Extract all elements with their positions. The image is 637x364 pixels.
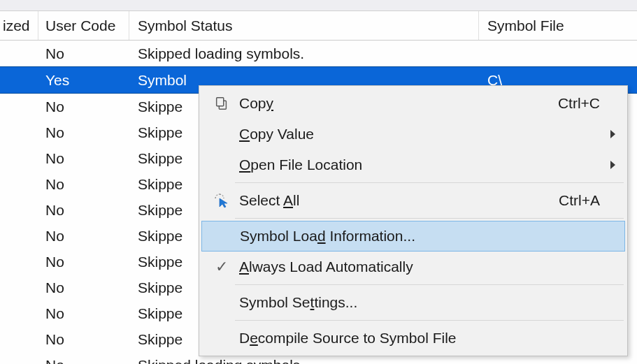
cell-user-code: No: [38, 202, 129, 219]
menu-item-copy[interactable]: Copy Ctrl+C: [201, 88, 625, 119]
cell-user-code: No: [38, 124, 129, 141]
menu-separator: [235, 284, 624, 285]
cell-user-code: No: [38, 150, 129, 167]
table-row[interactable]: NoSkipped loading symbols.: [0, 41, 637, 66]
menu-item-symbol-load-information[interactable]: Symbol Load Information...: [201, 221, 625, 252]
menu-item-open-file-location[interactable]: Open File Location: [201, 150, 625, 180]
menu-label-open-file-location: Open File Location: [236, 156, 625, 173]
cell-user-code: No: [38, 357, 129, 365]
context-menu: Copy Ctrl+C Copy Value Open File Locatio…: [199, 85, 628, 356]
cell-user-code: No: [38, 331, 129, 348]
cell-symbol-status: Skipped loading symbols.: [129, 357, 479, 365]
cell-user-code: No: [38, 45, 129, 62]
cell-user-code: No: [38, 228, 129, 245]
submenu-arrow-icon: [610, 161, 615, 169]
menu-item-copy-value[interactable]: Copy Value: [201, 119, 625, 150]
menu-label-copy-value: Copy Value: [236, 126, 625, 143]
menu-shortcut-select-all: Ctrl+A: [559, 192, 625, 209]
checkmark-icon: ✓: [207, 258, 236, 276]
column-header-user-code[interactable]: User Code: [38, 11, 129, 40]
column-header-symbol-status[interactable]: Symbol Status: [129, 11, 479, 40]
cell-symbol-status: Skipped loading symbols.: [129, 45, 479, 62]
column-header-optimized-partial[interactable]: ized: [0, 11, 38, 40]
cell-user-code: No: [38, 254, 129, 270]
menu-label-symbol-load-information: Symbol Load Information...: [237, 228, 624, 245]
cell-user-code: No: [38, 279, 129, 296]
svg-rect-1: [217, 98, 224, 106]
submenu-arrow-icon: [610, 130, 615, 138]
window-toolbar-strip: [0, 0, 637, 11]
menu-shortcut-copy: Ctrl+C: [558, 95, 625, 112]
cell-user-code: Yes: [38, 72, 129, 89]
menu-label-select-all: Select All: [236, 192, 559, 209]
menu-label-copy: Copy: [236, 95, 558, 112]
menu-separator: [235, 182, 624, 183]
menu-label-always-load-automatically: Always Load Automatically: [236, 259, 625, 275]
menu-item-symbol-settings[interactable]: Symbol Settings...: [201, 287, 625, 318]
menu-label-decompile-source: Decompile Source to Symbol File: [236, 330, 625, 347]
cell-user-code: No: [38, 305, 129, 322]
copy-icon: [207, 96, 236, 111]
table-header-row: ized User Code Symbol Status Symbol File: [0, 11, 637, 41]
cell-user-code: No: [38, 176, 129, 193]
cell-user-code: No: [38, 99, 129, 115]
menu-item-always-load-automatically[interactable]: ✓ Always Load Automatically: [201, 252, 625, 282]
menu-item-decompile-source[interactable]: Decompile Source to Symbol File: [201, 323, 625, 354]
column-header-symbol-file[interactable]: Symbol File: [479, 11, 637, 40]
menu-separator: [235, 218, 624, 219]
menu-separator: [235, 320, 624, 321]
menu-label-symbol-settings: Symbol Settings...: [236, 294, 625, 311]
menu-item-select-all[interactable]: Select All Ctrl+A: [201, 185, 625, 216]
select-all-cursor-icon: [207, 192, 236, 209]
